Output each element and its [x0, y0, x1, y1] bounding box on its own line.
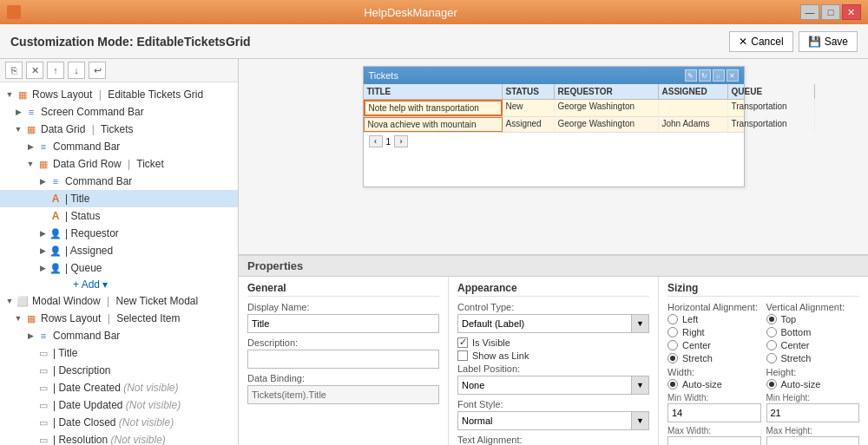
auto-size-width-row[interactable]: Auto-size — [667, 379, 761, 389]
header-buttons: ✕ Cancel 💾 Save — [729, 31, 858, 52]
expand-rows-layout[interactable]: ▼ — [3, 88, 16, 101]
expand-assigned[interactable]: ▶ — [36, 245, 49, 257]
data-binding-row: Data Binding: — [247, 373, 439, 404]
sizing-section: Sizing Horizontal Alignment: Left — [659, 277, 868, 445]
expand-cmd-bar-1[interactable]: ▶ — [24, 141, 36, 153]
horiz-left-row[interactable]: Left — [667, 314, 761, 324]
tree-container[interactable]: ▼ ▦ Rows Layout | Editable Tickets Grid … — [0, 82, 238, 445]
resolution-icon: ▭ — [36, 433, 50, 445]
control-type-label: Control Type: — [457, 302, 649, 312]
title-bar-left — [7, 5, 21, 19]
right-panel: Tickets ✎ ↻ ⌕ ✕ TITLE STATUS REQUESTOR A… — [239, 59, 868, 445]
tree-item-date-updated[interactable]: ▭ | Date Updated (Not visible) — [0, 396, 238, 414]
label-position-select[interactable]: None ▼ — [457, 376, 649, 395]
save-button[interactable]: 💾 Save — [799, 31, 858, 52]
expand-row-cmd-bar[interactable]: ▶ — [36, 175, 49, 187]
horiz-center-radio[interactable] — [667, 340, 678, 350]
minimize-button[interactable]: — — [800, 4, 819, 20]
expand-date-closed — [24, 416, 36, 429]
properties-header: Properties — [239, 256, 868, 277]
properties-panel: Properties General Display Name: Descrip… — [239, 254, 868, 445]
max-height-input[interactable] — [766, 436, 860, 445]
move-down-button[interactable]: ↓ — [68, 62, 85, 79]
pager-prev[interactable]: ‹ — [369, 135, 383, 147]
max-height-label: Max Height: — [766, 426, 860, 435]
tree-item-screen-cmd-bar[interactable]: ▶ ≡ Screen Command Bar — [0, 103, 238, 121]
pager-next[interactable]: › — [394, 135, 408, 147]
expand-rows-layout-2[interactable]: ▼ — [12, 312, 24, 324]
description-input[interactable] — [247, 350, 439, 369]
move-up-button[interactable]: ↑ — [47, 62, 64, 79]
expand-screen-cmd-bar[interactable]: ▶ — [12, 106, 24, 118]
display-name-input[interactable] — [247, 314, 439, 333]
is-visible-checkbox[interactable] — [457, 337, 468, 348]
expand-cmd-bar-modal[interactable]: ▶ — [24, 330, 36, 342]
max-width-input[interactable] — [667, 436, 761, 445]
min-height-input[interactable] — [766, 403, 860, 422]
horiz-left-radio[interactable] — [667, 314, 678, 324]
vert-top-row[interactable]: Top — [766, 314, 860, 324]
expand-description — [24, 364, 36, 376]
expand-queue[interactable]: ▶ — [36, 262, 49, 274]
tree-item-title[interactable]: A | Title — [0, 190, 238, 207]
tree-item-data-grid-row[interactable]: ▼ ▦ Data Grid Row | Ticket — [0, 155, 238, 173]
font-style-select[interactable]: Normal ▼ — [457, 411, 649, 430]
control-type-arrow[interactable]: ▼ — [631, 315, 648, 332]
tree-item-cmd-bar-1[interactable]: ▶ ≡ Command Bar — [0, 138, 238, 155]
close-button[interactable]: ✕ — [842, 4, 861, 20]
expand-data-grid[interactable]: ▼ — [12, 123, 24, 135]
copy-button[interactable]: ⎘ — [5, 62, 23, 79]
tree-item-queue[interactable]: ▶ 👤 | Queue — [0, 259, 238, 277]
tree-item-status[interactable]: A | Status — [0, 207, 238, 225]
font-style-arrow[interactable]: ▼ — [631, 412, 648, 429]
cancel-button[interactable]: ✕ Cancel — [729, 31, 792, 52]
vert-radio-group: Top Bottom Center — [766, 314, 860, 363]
expand-requestor[interactable]: ▶ — [36, 227, 49, 239]
tree-item-rows-layout[interactable]: ▼ ▦ Rows Layout | Editable Tickets Grid — [0, 86, 238, 103]
show-as-link-row[interactable]: Show as Link — [457, 350, 649, 361]
tree-item-assigned[interactable]: ▶ 👤 | Assigned — [0, 242, 238, 259]
horiz-center-row[interactable]: Center — [667, 340, 761, 350]
auto-size-height-row[interactable]: Auto-size — [766, 379, 860, 389]
min-width-input[interactable] — [667, 403, 761, 422]
tree-item-row-cmd-bar[interactable]: ▶ ≡ Command Bar — [0, 173, 238, 190]
vert-center-row[interactable]: Center — [766, 340, 860, 350]
tree-item-resolution[interactable]: ▭ | Resolution (Not visible) — [0, 431, 238, 445]
auto-size-width-radio[interactable] — [667, 379, 678, 389]
undo-button[interactable]: ↩ — [89, 62, 106, 79]
tree-item-date-closed[interactable]: ▭ | Date Closed (Not visible) — [0, 414, 238, 431]
add-button-1[interactable]: + Add ▾ — [0, 277, 238, 292]
tree-item-date-created[interactable]: ▭ | Date Created (Not visible) — [0, 379, 238, 396]
tree-item-description[interactable]: ▭ | Description — [0, 362, 238, 379]
control-type-select[interactable]: Default (Label) ▼ — [457, 314, 649, 333]
horiz-stretch-row[interactable]: Stretch — [667, 353, 761, 363]
expand-data-grid-row[interactable]: ▼ — [24, 158, 36, 170]
auto-size-height-radio[interactable] — [766, 379, 777, 389]
is-visible-row[interactable]: Is Visible — [457, 337, 649, 348]
tree-item-rows-layout-2[interactable]: ▼ ▦ Rows Layout | Selected Item — [0, 310, 238, 327]
tree-item-data-grid[interactable]: ▼ ▦ Data Grid | Tickets — [0, 121, 238, 138]
horiz-stretch-radio[interactable] — [667, 353, 678, 363]
tree-item-requestor[interactable]: ▶ 👤 | Requestor — [0, 225, 238, 242]
horiz-right-radio[interactable] — [667, 327, 678, 337]
max-width-label: Max Width: — [667, 426, 761, 435]
vert-bottom-row[interactable]: Bottom — [766, 327, 860, 337]
horiz-right-row[interactable]: Right — [667, 327, 761, 337]
vert-stretch-row[interactable]: Stretch — [766, 353, 860, 363]
vert-top-radio[interactable] — [766, 314, 777, 324]
preview-footer: ‹ 1 › — [364, 133, 744, 150]
tree-item-cmd-bar-modal[interactable]: ▶ ≡ Command Bar — [0, 327, 238, 344]
vert-stretch-radio[interactable] — [766, 353, 777, 363]
expand-modal-window[interactable]: ▼ — [3, 295, 16, 307]
maximize-button[interactable]: □ — [821, 4, 840, 20]
width-height-grid: Width: Auto-size Height: Auto-size — [667, 367, 859, 389]
tree-item-title-modal[interactable]: ▭ | Title — [0, 344, 238, 362]
assigned-icon: 👤 — [49, 244, 62, 258]
label-position-arrow[interactable]: ▼ — [631, 376, 648, 394]
app-header: Customization Mode: EditableTicketsGrid … — [0, 24, 868, 59]
vert-bottom-radio[interactable] — [766, 327, 777, 337]
vert-center-radio[interactable] — [766, 340, 777, 350]
show-as-link-checkbox[interactable] — [457, 350, 468, 361]
tree-item-modal-window[interactable]: ▼ ⬜ Modal Window | New Ticket Modal — [0, 292, 238, 310]
delete-button[interactable]: ✕ — [26, 62, 43, 79]
